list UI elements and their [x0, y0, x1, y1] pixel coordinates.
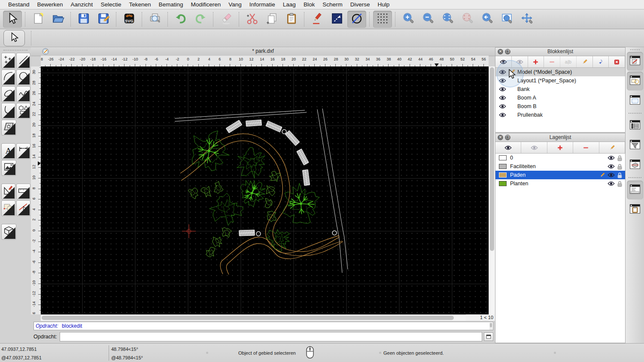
boundary-line[interactable]: [322, 109, 348, 269]
property-editor-toggle[interactable]: [627, 52, 643, 71]
library-browser-toggle[interactable]: [627, 91, 643, 110]
layer-visibility-eye-icon[interactable]: [608, 181, 615, 187]
tool-cad-tools[interactable]: [1, 184, 15, 199]
redo-button[interactable]: [191, 11, 210, 28]
menu-bemating[interactable]: Bemating: [155, 0, 187, 9]
block-visibility-eye-icon[interactable]: [499, 87, 506, 92]
zoom-out-button[interactable]: [419, 11, 437, 28]
insert-block-button[interactable]: [593, 56, 609, 67]
park-path[interactable]: [181, 141, 343, 256]
vertical-scrollbar-thumb[interactable]: [490, 67, 494, 251]
window-zoom-button[interactable]: [498, 11, 516, 28]
previous-view-button[interactable]: [478, 11, 497, 28]
zoom-in-button[interactable]: [399, 11, 418, 28]
bench-block[interactable]: [246, 120, 262, 126]
bench-block[interactable]: [285, 130, 300, 145]
tool-ellipse[interactable]: [1, 86, 15, 102]
draft-mode-button[interactable]: [347, 11, 366, 28]
texture-panel-toggle[interactable]: [627, 156, 643, 175]
menu-blok[interactable]: Blok: [300, 0, 319, 9]
tree-block[interactable]: [241, 181, 266, 207]
tool-text[interactable]: A: [1, 143, 15, 159]
command-input[interactable]: [60, 332, 482, 341]
bench-block[interactable]: [226, 120, 242, 133]
shrub-block[interactable]: [206, 247, 216, 257]
tool-shapes[interactable]: [16, 103, 30, 119]
menu-laag[interactable]: Laag: [279, 0, 300, 9]
menu-informatie[interactable]: Informatie: [246, 0, 279, 9]
select-tool[interactable]: [3, 11, 22, 28]
layer-list-item[interactable]: Paden: [495, 171, 625, 179]
drawing-canvas[interactable]: [41, 66, 489, 314]
menu-bewerken[interactable]: Bewerken: [33, 0, 67, 9]
command-options-button[interactable]: [484, 332, 493, 341]
paste-button[interactable]: [282, 11, 301, 28]
menu-aanzicht[interactable]: Aanzicht: [67, 0, 97, 9]
boundary-line[interactable]: [175, 112, 307, 121]
layer-list-toggle[interactable]: [627, 116, 643, 135]
layer-list-item[interactable]: Planten: [495, 179, 625, 188]
block-visibility-eye-icon[interactable]: [499, 104, 506, 109]
layer-visibility-eye-icon[interactable]: [608, 155, 615, 161]
block-visibility-eye-icon[interactable]: [499, 95, 506, 101]
clipboard-panel-toggle[interactable]: [627, 200, 643, 219]
boundary-line[interactable]: [317, 109, 342, 273]
selection-filter-toggle[interactable]: [627, 136, 643, 155]
cut-button[interactable]: [243, 11, 261, 28]
layer-visibility-eye-icon[interactable]: [608, 172, 615, 178]
menu-diverse[interactable]: Diverse: [346, 0, 374, 9]
menu-selectie[interactable]: Selectie: [97, 0, 125, 9]
show-all-layers-button[interactable]: [495, 142, 521, 153]
tree-block[interactable]: [210, 193, 243, 225]
tree-block[interactable]: [237, 148, 265, 178]
trash-bin-block[interactable]: [332, 231, 337, 235]
command-line-toggle[interactable]: [627, 181, 643, 199]
toolbar-drag-handle[interactable]: [630, 49, 640, 50]
zoom-selection-button[interactable]: [458, 11, 477, 28]
menu-modificeren[interactable]: Modificeren: [187, 0, 225, 9]
layer-lock-icon[interactable]: [617, 172, 623, 179]
remove-layer-button[interactable]: [573, 142, 599, 153]
layer-lock-icon[interactable]: [617, 181, 623, 187]
tool-measure[interactable]: [16, 184, 30, 199]
trash-bin-block[interactable]: [256, 232, 261, 236]
hide-all-layers-button[interactable]: [521, 142, 547, 153]
tool-points[interactable]: [1, 53, 15, 69]
tool-dimension[interactable]: [16, 143, 30, 159]
bench-block[interactable]: [266, 121, 282, 133]
bench-block[interactable]: [297, 149, 309, 165]
grid-toggle-button[interactable]: [373, 11, 392, 28]
auto-zoom-button[interactable]: [438, 11, 457, 28]
layer-list-item[interactable]: 0: [495, 154, 625, 162]
tool-modify[interactable]: [1, 200, 15, 216]
tree-block[interactable]: [192, 131, 229, 171]
undo-button[interactable]: [171, 11, 190, 28]
boundary-line[interactable]: [175, 110, 305, 118]
block-list-item[interactable]: Prullenbak: [495, 111, 625, 119]
tool-image[interactable]: [1, 160, 16, 176]
bench-block[interactable]: [239, 230, 255, 236]
tool-circle[interactable]: [16, 69, 30, 85]
layer-lock-icon[interactable]: [617, 155, 623, 162]
tool-line[interactable]: [16, 53, 30, 69]
palette-drag-handle[interactable]: [3, 50, 27, 51]
bench-block[interactable]: [302, 169, 310, 185]
menu-vang[interactable]: Vang: [225, 0, 246, 9]
shrub-block[interactable]: [266, 186, 275, 196]
document-title-bar[interactable]: * park.dxf: [31, 47, 495, 56]
draw-order-button[interactable]: [308, 11, 327, 28]
menu-tekenen[interactable]: Tekenen: [125, 0, 155, 9]
command-history-scrollbar[interactable]: [489, 323, 492, 330]
menu-scherm[interactable]: Scherm: [319, 0, 346, 9]
menu-bestand[interactable]: Bestand: [4, 0, 33, 9]
print-preview-button[interactable]: [146, 11, 164, 28]
save-button[interactable]: [74, 11, 93, 28]
save-as-button[interactable]: [94, 11, 113, 28]
layer-panel-header[interactable]: ✕ ❐ Lagenlijst: [495, 133, 625, 142]
layer-list-item[interactable]: Faciliteiten: [495, 162, 625, 171]
layer-visibility-eye-icon[interactable]: [608, 164, 615, 169]
pan-button[interactable]: [517, 11, 536, 28]
shrub-block[interactable]: [188, 188, 198, 199]
horizontal-scrollbar-thumb[interactable]: [42, 316, 454, 320]
shrub-block[interactable]: [214, 181, 223, 194]
